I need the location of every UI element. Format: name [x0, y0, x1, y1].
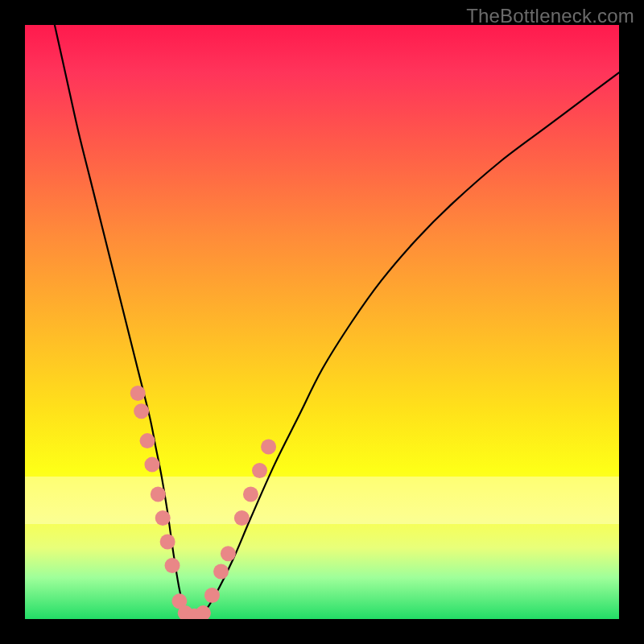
marker-left-cluster-1	[130, 386, 146, 401]
plot-area	[25, 25, 619, 619]
marker-valley-2	[178, 605, 193, 619]
marker-right-cluster-5	[243, 487, 258, 502]
marker-valley-1	[171, 593, 187, 609]
marker-right-cluster-4	[234, 510, 250, 526]
marker-left-cluster-4	[144, 457, 159, 473]
marker-right-cluster-6	[252, 463, 267, 478]
marker-left-cluster-5	[151, 487, 166, 502]
bottleneck-curve-path	[55, 25, 619, 619]
pale-yellow-band	[25, 477, 619, 524]
marker-valley-3	[187, 609, 202, 619]
marker-left-cluster-8	[165, 558, 180, 573]
curve-layer	[25, 25, 619, 619]
curve-markers	[130, 386, 276, 619]
marker-right-cluster-3	[221, 546, 236, 561]
marker-left-cluster-2	[134, 403, 149, 419]
marker-left-cluster-6	[155, 510, 171, 526]
marker-right-cluster-7	[261, 439, 276, 454]
chart-frame: TheBottleneck.com	[0, 0, 644, 644]
marker-right-cluster-2	[213, 564, 229, 579]
marker-right-cluster-1	[204, 588, 220, 603]
marker-left-cluster-7	[160, 535, 175, 550]
marker-valley-4	[196, 605, 211, 619]
watermark-text: TheBottleneck.com	[466, 5, 634, 27]
marker-left-cluster-3	[140, 433, 155, 448]
